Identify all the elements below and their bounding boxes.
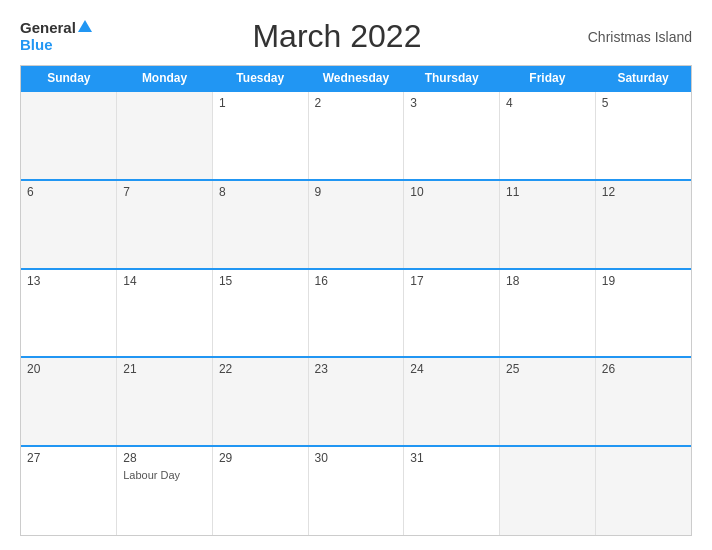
day-cell: 30 bbox=[308, 446, 404, 535]
day-cell: 17 bbox=[404, 269, 500, 358]
day-number: 2 bbox=[315, 96, 398, 110]
day-number: 12 bbox=[602, 185, 685, 199]
day-cell: 19 bbox=[595, 269, 691, 358]
day-number: 6 bbox=[27, 185, 110, 199]
day-cell bbox=[117, 91, 213, 180]
day-cell bbox=[595, 446, 691, 535]
week-row-3: 13141516171819 bbox=[21, 269, 691, 358]
day-number: 5 bbox=[602, 96, 685, 110]
day-cell: 25 bbox=[500, 357, 596, 446]
day-cell: 1 bbox=[212, 91, 308, 180]
day-cell: 22 bbox=[212, 357, 308, 446]
day-cell: 20 bbox=[21, 357, 117, 446]
day-number: 8 bbox=[219, 185, 302, 199]
day-cell: 16 bbox=[308, 269, 404, 358]
day-number: 21 bbox=[123, 362, 206, 376]
day-number: 16 bbox=[315, 274, 398, 288]
day-number: 3 bbox=[410, 96, 493, 110]
calendar-table: Sunday Monday Tuesday Wednesday Thursday… bbox=[21, 66, 691, 535]
day-cell: 27 bbox=[21, 446, 117, 535]
day-number: 19 bbox=[602, 274, 685, 288]
day-number: 29 bbox=[219, 451, 302, 465]
day-number: 11 bbox=[506, 185, 589, 199]
day-number: 23 bbox=[315, 362, 398, 376]
header-sunday: Sunday bbox=[21, 66, 117, 91]
day-cell: 9 bbox=[308, 180, 404, 269]
week-row-4: 20212223242526 bbox=[21, 357, 691, 446]
day-number: 24 bbox=[410, 362, 493, 376]
logo-blue-text: Blue bbox=[20, 37, 92, 54]
day-cell: 2 bbox=[308, 91, 404, 180]
header: General Blue March 2022 Christmas Island bbox=[20, 18, 692, 55]
day-cell: 12 bbox=[595, 180, 691, 269]
day-number: 25 bbox=[506, 362, 589, 376]
week-row-5: 2728Labour Day293031 bbox=[21, 446, 691, 535]
day-cell: 23 bbox=[308, 357, 404, 446]
day-cell: 29 bbox=[212, 446, 308, 535]
day-cell: 28Labour Day bbox=[117, 446, 213, 535]
day-number: 15 bbox=[219, 274, 302, 288]
header-friday: Friday bbox=[500, 66, 596, 91]
day-number: 28 bbox=[123, 451, 206, 465]
day-cell: 15 bbox=[212, 269, 308, 358]
week-row-2: 6789101112 bbox=[21, 180, 691, 269]
header-monday: Monday bbox=[117, 66, 213, 91]
region-label: Christmas Island bbox=[582, 29, 692, 45]
day-cell: 11 bbox=[500, 180, 596, 269]
header-thursday: Thursday bbox=[404, 66, 500, 91]
day-number: 9 bbox=[315, 185, 398, 199]
day-number: 31 bbox=[410, 451, 493, 465]
day-cell: 7 bbox=[117, 180, 213, 269]
header-saturday: Saturday bbox=[595, 66, 691, 91]
header-tuesday: Tuesday bbox=[212, 66, 308, 91]
day-number: 18 bbox=[506, 274, 589, 288]
logo-triangle-icon bbox=[78, 20, 92, 32]
day-number: 13 bbox=[27, 274, 110, 288]
day-number: 14 bbox=[123, 274, 206, 288]
day-number: 27 bbox=[27, 451, 110, 465]
day-number: 1 bbox=[219, 96, 302, 110]
day-cell: 6 bbox=[21, 180, 117, 269]
day-cell: 24 bbox=[404, 357, 500, 446]
day-cell bbox=[21, 91, 117, 180]
day-event: Labour Day bbox=[123, 469, 180, 481]
day-number: 7 bbox=[123, 185, 206, 199]
page: General Blue March 2022 Christmas Island… bbox=[0, 0, 712, 550]
week-row-1: 12345 bbox=[21, 91, 691, 180]
day-number: 30 bbox=[315, 451, 398, 465]
calendar: Sunday Monday Tuesday Wednesday Thursday… bbox=[20, 65, 692, 536]
logo-general-text: General bbox=[20, 20, 76, 37]
day-cell: 8 bbox=[212, 180, 308, 269]
day-cell: 4 bbox=[500, 91, 596, 180]
day-cell: 14 bbox=[117, 269, 213, 358]
logo: General Blue bbox=[20, 20, 92, 53]
day-cell: 26 bbox=[595, 357, 691, 446]
day-cell: 18 bbox=[500, 269, 596, 358]
day-number: 4 bbox=[506, 96, 589, 110]
day-cell: 31 bbox=[404, 446, 500, 535]
weekday-header-row: Sunday Monday Tuesday Wednesday Thursday… bbox=[21, 66, 691, 91]
day-cell: 10 bbox=[404, 180, 500, 269]
day-cell bbox=[500, 446, 596, 535]
day-cell: 21 bbox=[117, 357, 213, 446]
day-number: 20 bbox=[27, 362, 110, 376]
day-cell: 5 bbox=[595, 91, 691, 180]
day-cell: 13 bbox=[21, 269, 117, 358]
day-number: 26 bbox=[602, 362, 685, 376]
day-number: 10 bbox=[410, 185, 493, 199]
header-wednesday: Wednesday bbox=[308, 66, 404, 91]
day-number: 17 bbox=[410, 274, 493, 288]
calendar-title: March 2022 bbox=[92, 18, 582, 55]
day-number: 22 bbox=[219, 362, 302, 376]
day-cell: 3 bbox=[404, 91, 500, 180]
